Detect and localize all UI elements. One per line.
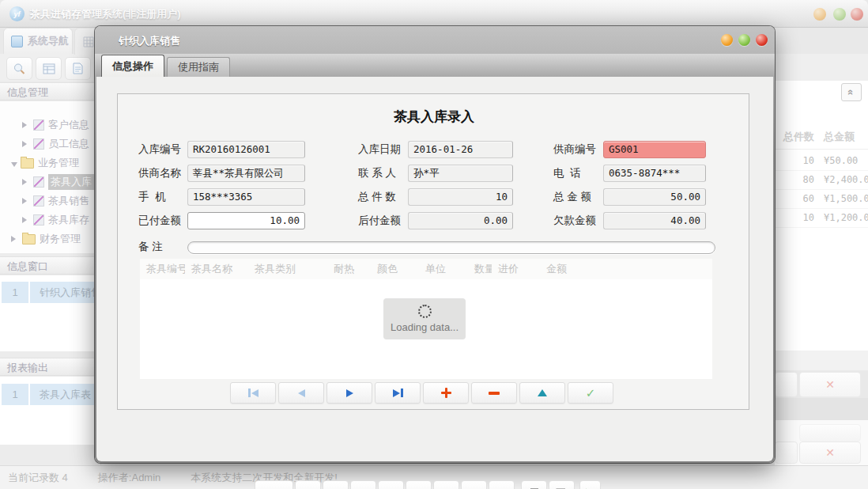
grid-col-amount[interactable]: 金额 [540,262,712,276]
app-close-button[interactable] [851,8,863,21]
grid-next-button[interactable] [326,382,372,404]
toolbar-document-button[interactable] [65,57,91,80]
field-label: 备 注 [138,238,163,256]
grid-delete-button[interactable] [471,382,517,404]
report-output-row[interactable]: 1 茶具入库表 [2,384,100,405]
tab-info-operation[interactable]: 信息操作 [101,55,164,77]
dialog-close-button[interactable] [756,34,768,46]
grid-col-quantity[interactable]: 数量 [468,262,492,276]
background-button[interactable] [799,424,861,442]
run-button[interactable] [579,480,601,489]
field-label: 总 件 数 [358,188,396,206]
sidebar-item-employee-info[interactable]: 员工信息 [0,135,100,154]
sidebar-item-customer-info[interactable]: 客户信息 [0,116,100,135]
field-label: 入库编号 [138,141,181,158]
field-label: 供商编号 [553,141,596,158]
document-icon [73,63,83,74]
mobile-field[interactable]: 158***3365 [187,188,305,206]
grid-last-button[interactable] [375,382,421,404]
search-icon [13,63,27,75]
add-button[interactable]: 增加 [255,480,293,489]
dialog-title: 针织入库销售 [119,34,180,48]
sidebar-header-info-window[interactable]: 信息窗口 [0,256,100,275]
total-count-field[interactable]: 10 [408,188,513,206]
chevron-right-icon [22,217,30,223]
total-amount-field[interactable]: 50.00 [603,188,706,206]
folder-icon [21,158,34,169]
tab-system-navigation[interactable]: 系统导航 [3,28,73,54]
supplier-name-field[interactable]: 莘县**茶具有限公司 [187,165,305,182]
field-label: 联 系 人 [358,165,396,182]
sidebar-item-teaware-sales[interactable]: 茶具销售 [0,191,100,210]
tree-item-label: 茶具销售 [48,194,89,208]
tab-user-guide[interactable]: 使用指南 [167,57,230,77]
field-label: 欠款金额 [553,212,596,229]
app-title: 茶具进销存管理系统(非注册用户) [30,7,181,21]
grid-icon [83,36,94,47]
next-record-icon [346,389,353,397]
next-button[interactable] [350,480,376,489]
background-button-partial[interactable] [775,442,798,464]
grid-prev-button[interactable] [278,382,324,404]
app-minimize-button[interactable] [813,8,826,21]
sidebar-item-business-mgmt[interactable]: 业务管理 [0,154,100,172]
background-delete-button[interactable]: ✕ [799,372,861,397]
sidebar-item-finance-mgmt[interactable]: 财务管理 [0,229,100,248]
sidebar-item-teaware-inbound[interactable]: 茶具入库 [0,172,100,191]
item-icon [33,214,44,226]
last-button[interactable] [378,480,404,489]
collapse-panel-button[interactable]: « [841,83,862,101]
app-titlebar: yf 茶具进销存管理系统(非注册用户) [0,0,868,28]
dialog-content: 茶具入库录入 入库编号 RK20160126001 入库日期 2016-01-2… [96,77,773,461]
delete-button[interactable] [406,480,432,489]
dialog-maximize-button[interactable] [738,34,750,46]
grid-navigator: ✓ [230,382,613,404]
grid-col-color[interactable]: 颜色 [371,262,419,276]
print-button[interactable] [521,480,547,489]
grid-col-heat-resist[interactable]: 耐热 [327,262,371,276]
cancel-button[interactable]: ✕ [489,480,515,489]
grid-col-teaware-name[interactable]: 茶具名称 [185,262,248,276]
toolbar-search-button[interactable] [6,57,32,80]
grid-first-button[interactable] [230,382,276,404]
info-window-row[interactable]: 1 针织入库销售 [2,282,100,303]
grid-insert-button[interactable] [423,382,469,404]
first-button[interactable] [295,480,321,489]
prev-record-icon [298,389,305,397]
tree-item-label: 业务管理 [38,156,79,170]
inbound-date-field[interactable]: 2016-01-26 [408,141,513,158]
grid-col-teaware-no[interactable]: 茶具编号 [140,262,185,276]
phone-field[interactable]: 0635-8874*** [603,165,706,182]
owed-amount-field[interactable]: 40.00 [603,212,706,229]
prev-button[interactable] [323,480,349,489]
supplier-no-field[interactable]: GS001 [603,141,706,158]
note-field[interactable] [187,241,715,254]
grid-post-button[interactable]: ✓ [568,382,613,404]
background-button-partial[interactable] [775,372,798,397]
edit-button[interactable] [433,480,459,489]
col-total-amount: 总金额 [814,130,855,144]
later-amount-field[interactable]: 0.00 [408,212,513,229]
grid-col-cost-price[interactable]: 进价 [492,262,540,276]
toolbar-table-button[interactable] [36,57,62,80]
background-grid-row: 10 ¥1,200.00 [775,208,868,228]
cross-icon: ✕ [825,446,835,459]
dialog-minimize-button[interactable] [721,34,733,46]
paid-amount-field[interactable]: 10.00 [187,212,305,229]
sidebar-header-info-management[interactable]: 信息管理 [0,82,100,100]
grid-col-unit[interactable]: 单位 [419,262,468,276]
grid-edit-button[interactable] [519,382,565,404]
tree-item-label: 财务管理 [40,232,81,246]
app-maximize-button[interactable] [833,8,846,21]
sidebar-item-teaware-stock[interactable]: 茶具库存 [0,210,100,229]
inbound-no-field[interactable]: RK20160126001 [187,141,305,158]
chevron-right-icon [22,141,30,147]
sidebar-header-report-output[interactable]: 报表输出 [0,358,100,376]
grid-col-teaware-type[interactable]: 茶具类别 [248,262,327,276]
dialog-titlebar[interactable]: 针织入库销售 [95,26,775,54]
contact-person-field[interactable]: 孙*平 [408,165,513,182]
preview-button[interactable] [549,480,575,489]
background-delete-button[interactable]: ✕ [799,442,861,464]
background-band [775,351,868,370]
save-button[interactable]: ✓ [461,480,487,489]
